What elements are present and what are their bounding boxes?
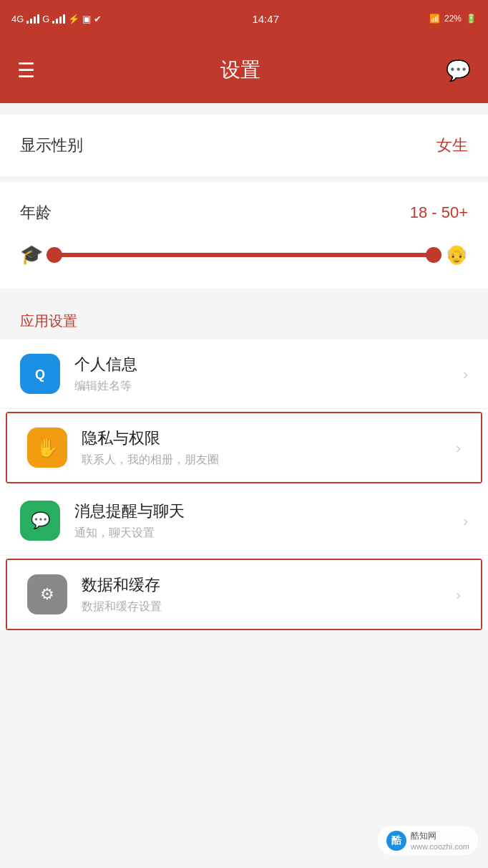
data-text: 数据和缓存 数据和缓存设置: [82, 574, 456, 614]
section-header: 应用设置: [0, 294, 488, 339]
data-icon: ⚙: [27, 574, 67, 614]
menu-item-message[interactable]: 💬 消息提醒与聊天 通知，聊天设置 ›: [0, 486, 488, 556]
content: 显示性别 女生 年龄 18 - 50+ 🎓 👴 应用设置: [0, 115, 488, 630]
signal-bars-1: [26, 14, 39, 24]
menu-item-privacy-wrapper: ✋ 隐私与权限 联系人，我的相册，朋友圈 ›: [6, 412, 482, 483]
status-left: 4G G ⚡ ▣ ✔: [11, 14, 102, 24]
chat-icon[interactable]: 💬: [446, 59, 471, 82]
message-icon: 💬: [20, 501, 60, 541]
message-subtitle: 通知，聊天设置: [74, 526, 463, 541]
gender-value: 女生: [436, 135, 468, 156]
chevron-icon-personal: ›: [463, 366, 468, 382]
slider-track[interactable]: [54, 253, 434, 257]
page-title: 设置: [220, 57, 260, 84]
menu-item-data[interactable]: ⚙ 数据和缓存 数据和缓存设置 ›: [7, 560, 481, 629]
privacy-subtitle: 联系人，我的相册，朋友圈: [82, 453, 456, 468]
personal-title: 个人信息: [74, 354, 463, 375]
gender-section: 显示性别 女生: [0, 115, 488, 176]
menu-list: Q 个人信息 编辑姓名等 › ✋ 隐私与权限 联系人，我的相册，朋友圈 ›: [0, 339, 488, 630]
signal-bars-2: [52, 14, 65, 24]
elder-icon: 👴: [445, 243, 468, 266]
chevron-icon-message: ›: [463, 513, 468, 529]
personal-text: 个人信息 编辑姓名等: [74, 354, 463, 394]
watermark-site-name: 酷知网: [411, 830, 469, 842]
menu-item-personal[interactable]: Q 个人信息 编辑姓名等 ›: [0, 339, 488, 409]
age-header: 年龄 18 - 50+: [20, 202, 468, 223]
status-bar: 4G G ⚡ ▣ ✔ 14:47 📶 22% 🔋: [0, 0, 488, 37]
age-label: 年龄: [20, 202, 52, 223]
slider-thumb-left[interactable]: [47, 247, 62, 263]
menu-icon[interactable]: ☰: [17, 59, 35, 82]
gender-label: 显示性别: [20, 135, 83, 156]
section-header-label: 应用设置: [20, 313, 77, 329]
data-subtitle: 数据和缓存设置: [82, 599, 456, 614]
personal-icon: Q: [20, 354, 60, 394]
graduation-icon: 🎓: [20, 243, 43, 266]
privacy-icon: ✋: [27, 428, 67, 468]
battery-level: 22%: [444, 14, 462, 24]
watermark-text: 酷知网 www.coozhi.com: [411, 830, 469, 851]
signal-4g: 4G: [11, 14, 24, 24]
toolbar: ☰ 设置 💬: [0, 37, 488, 103]
gender-row[interactable]: 显示性别 女生: [0, 115, 488, 176]
usb-icon: ⚡: [68, 14, 79, 24]
personal-subtitle: 编辑姓名等: [74, 379, 463, 394]
menu-item-privacy[interactable]: ✋ 隐私与权限 联系人，我的相册，朋友圈 ›: [7, 413, 481, 482]
privacy-title: 隐私与权限: [82, 428, 456, 449]
watermark-url: www.coozhi.com: [411, 842, 469, 851]
age-slider[interactable]: 🎓 👴: [20, 243, 468, 266]
chevron-icon-privacy: ›: [456, 440, 461, 456]
data-title: 数据和缓存: [82, 574, 456, 596]
check-icon: ✔: [94, 14, 102, 24]
slider-thumb-right[interactable]: [426, 247, 441, 263]
age-section: 年龄 18 - 50+ 🎓 👴: [0, 182, 488, 289]
carrier-g: G: [42, 14, 49, 24]
status-time: 14:47: [252, 13, 279, 25]
message-title: 消息提醒与聊天: [74, 501, 463, 522]
privacy-text: 隐私与权限 联系人，我的相册，朋友圈: [82, 428, 456, 468]
status-right: 📶 22% 🔋: [429, 14, 477, 24]
watermark: 酷 酷知网 www.coozhi.com: [378, 826, 478, 855]
watermark-logo: 酷: [386, 831, 406, 851]
chevron-icon-data: ›: [456, 587, 461, 603]
age-value: 18 - 50+: [410, 203, 468, 222]
sim-icon: ▣: [82, 14, 91, 24]
message-text: 消息提醒与聊天 通知，聊天设置: [74, 501, 463, 541]
menu-item-data-wrapper: ⚙ 数据和缓存 数据和缓存设置 ›: [6, 559, 482, 630]
slider-fill: [54, 253, 434, 257]
svg-text:Q: Q: [35, 367, 45, 382]
wifi-icon: 📶: [429, 14, 440, 24]
battery-icon: 🔋: [466, 14, 477, 24]
